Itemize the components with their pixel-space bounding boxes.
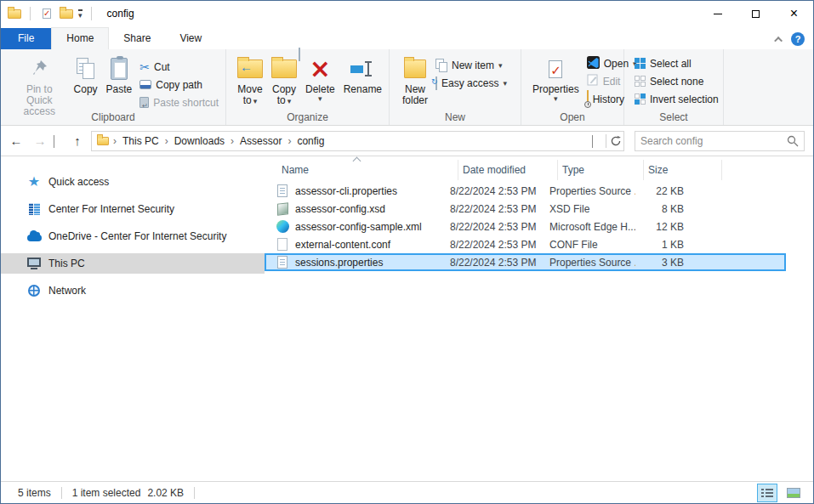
select-all-icon	[635, 58, 646, 69]
group-label-new: New	[390, 111, 521, 123]
collapse-ribbon-icon[interactable]	[774, 36, 783, 44]
divider	[194, 487, 195, 499]
tab-view[interactable]: View	[165, 28, 216, 49]
search-input[interactable]	[640, 135, 787, 147]
address-bar: ← → ↑ › This PC › Downloads › Assessor ›…	[1, 126, 813, 156]
back-button[interactable]: ←	[6, 133, 26, 148]
qat-customize-caret[interactable]: ▾	[78, 9, 83, 19]
file-row[interactable]: sessions.properties 8/22/2024 2:53 PM Pr…	[265, 253, 786, 271]
paste-shortcut-button[interactable]: Paste shortcut	[136, 93, 222, 111]
breadcrumb-item[interactable]: config	[293, 133, 327, 149]
sidebar-item-onedrive-center-for-internet-security[interactable]: OneDrive - Center For Internet Security	[1, 226, 265, 246]
maximize-button[interactable]	[737, 1, 775, 26]
column-header-size[interactable]: Size	[644, 160, 722, 180]
large-icons-view-button[interactable]	[783, 484, 805, 502]
sidebar-item-center-for-internet-security[interactable]: Center For Internet Security	[1, 199, 265, 219]
file-row[interactable]: assessor-config-sample.xml 8/22/2024 2:5…	[265, 218, 786, 235]
divider	[91, 7, 92, 20]
paste-button[interactable]: Paste	[102, 53, 137, 96]
copy-to-icon	[271, 54, 297, 84]
breadcrumb-separator-icon: ›	[162, 135, 171, 147]
copy-path-icon	[139, 80, 151, 89]
properties-icon: ✓	[549, 54, 562, 84]
group-label-open: Open	[521, 111, 623, 123]
ribbon: Pin to Quick access Copy Paste ✂ Cut	[1, 49, 813, 126]
file-row[interactable]: assessor-config.xsd 8/22/2024 2:53 PM XS…	[265, 200, 786, 218]
properties-button[interactable]: ✓ Properties ▾	[528, 53, 583, 103]
minimize-button[interactable]	[698, 1, 737, 26]
sidebar-item-network[interactable]: Network	[1, 280, 265, 301]
rename-button[interactable]: Rename	[339, 53, 386, 96]
breadcrumb-item[interactable]: This PC	[119, 133, 162, 149]
close-button[interactable]: ×	[775, 1, 813, 26]
network-icon	[28, 285, 40, 297]
file-type-icon	[276, 220, 289, 233]
search-icon[interactable]	[787, 135, 799, 147]
qat-new-folder-button[interactable]	[60, 9, 73, 19]
selection-size: 2.02 KB	[147, 487, 184, 499]
recent-locations-chevron[interactable]	[54, 135, 64, 147]
forward-button[interactable]: →	[30, 133, 50, 148]
up-button[interactable]: ↑	[67, 133, 88, 148]
easy-access-icon: ↻	[435, 77, 437, 89]
new-item-icon	[435, 59, 447, 72]
ribbon-group-new: New folder New item▾ ↻ Easy access▾ New	[390, 49, 521, 125]
cut-icon: ✂	[139, 60, 150, 74]
select-none-button[interactable]: Select none	[631, 72, 722, 90]
address-folder-icon	[97, 137, 109, 145]
cut-button[interactable]: ✂ Cut	[136, 58, 222, 76]
building-icon	[29, 203, 40, 215]
sort-ascending-icon	[353, 157, 361, 166]
pin-to-quick-access-button[interactable]: Pin to Quick access	[9, 53, 70, 118]
column-header-type[interactable]: Type	[558, 160, 644, 180]
ribbon-group-clipboard: Pin to Quick access Copy Paste ✂ Cut	[1, 49, 226, 125]
select-none-icon	[635, 76, 646, 87]
file-type-icon	[277, 256, 287, 269]
tab-share[interactable]: Share	[109, 28, 165, 49]
new-item-button[interactable]: New item▾	[432, 56, 510, 74]
move-to-button[interactable]: ← Move to▾	[233, 53, 267, 107]
pc-icon	[27, 258, 41, 267]
pin-icon	[30, 54, 48, 84]
help-icon[interactable]: ?	[791, 32, 805, 46]
sidebar-item-quick-access[interactable]: Quick access	[1, 172, 265, 192]
new-folder-button[interactable]: New folder	[398, 53, 432, 107]
copy-path-button[interactable]: Copy path	[136, 76, 222, 93]
easy-access-button[interactable]: ↻ Easy access▾	[432, 74, 510, 92]
minimize-icon	[714, 14, 722, 14]
breadcrumb-item[interactable]: Downloads	[171, 133, 228, 149]
breadcrumb-item[interactable]: Assessor	[236, 133, 285, 149]
copy-button[interactable]: Copy	[70, 53, 102, 96]
tab-home[interactable]: Home	[51, 27, 109, 49]
file-type-icon	[277, 202, 288, 215]
invert-selection-button[interactable]: Invert selection	[631, 90, 722, 108]
tab-file[interactable]: File	[1, 28, 51, 49]
address-box[interactable]: › This PC › Downloads › Assessor › confi…	[91, 131, 624, 151]
delete-icon: ×	[310, 54, 331, 84]
move-to-icon: ←	[237, 54, 263, 84]
file-list-pane: Name Date modified Type Size assessor-cl…	[265, 156, 813, 481]
file-row[interactable]: assessor-cli.properties 8/22/2024 2:53 P…	[265, 182, 786, 200]
file-row[interactable]: external-content.conf 8/22/2024 2:53 PM …	[265, 235, 786, 253]
large-icons-view-icon	[787, 488, 800, 498]
rename-icon	[350, 54, 375, 84]
qat-properties-button[interactable]: ✓	[39, 6, 54, 21]
refresh-icon[interactable]	[610, 135, 622, 147]
delete-button[interactable]: × Delete ▾	[301, 53, 339, 103]
address-dropdown-chevron[interactable]	[592, 135, 602, 147]
group-label-select: Select	[624, 111, 723, 123]
status-bar: 5 items 1 item selected 2.02 KB	[1, 481, 813, 503]
select-all-button[interactable]: Select all	[631, 54, 722, 72]
invert-selection-icon	[635, 93, 646, 105]
sidebar-item-this-pc[interactable]: This PC	[1, 253, 265, 274]
cloud-icon	[27, 235, 42, 241]
copy-to-button[interactable]: Copy to▾	[267, 53, 301, 107]
file-type-icon	[277, 238, 287, 251]
edit-icon	[587, 74, 599, 88]
column-header-date-modified[interactable]: Date modified	[458, 160, 558, 180]
paste-icon	[111, 54, 128, 84]
column-header-name[interactable]: Name	[265, 160, 458, 180]
column-headers: Name Date modified Type Size	[265, 160, 813, 180]
details-view-button[interactable]	[757, 484, 777, 502]
breadcrumb-separator-icon: ›	[111, 135, 119, 147]
